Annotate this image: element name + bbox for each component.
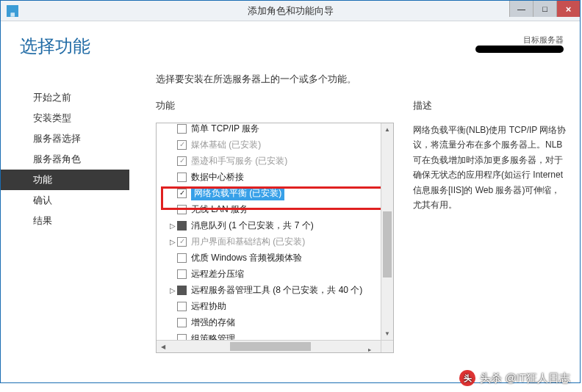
sidebar-item-confirmation[interactable]: 确认 (1, 190, 129, 211)
feature-label: 网络负载平衡 (已安装) (191, 186, 284, 200)
sidebar-item-installation-type[interactable]: 安装类型 (1, 108, 129, 128)
columns: 功能 简单 TCP/IP 服务媒体基础 (已安装)墨迹和手写服务 (已安装)数据… (129, 99, 568, 382)
instruction-text: 选择要安装在所选服务器上的一个或多个功能。 (129, 73, 568, 86)
scroll-corner (381, 340, 393, 352)
feature-label: 消息队列 (1 个已安装，共 7 个) (191, 219, 314, 232)
feature-checkbox[interactable] (177, 286, 187, 295)
feature-label: 远程差分压缩 (191, 268, 244, 280)
feature-row[interactable]: 简单 TCP/IP 服务 (159, 123, 390, 137)
feature-row[interactable]: 数据中心桥接 (159, 169, 390, 185)
expander-icon[interactable]: ▷ (168, 238, 177, 246)
feature-checkbox[interactable] (177, 318, 187, 327)
header-row: 选择功能 目标服务器 (1, 21, 580, 67)
sidebar-item-results[interactable]: 结果 (1, 211, 129, 231)
vertical-scrollbar[interactable]: ▲ ▼ (381, 123, 393, 340)
feature-checkbox[interactable] (177, 237, 187, 247)
close-button[interactable]: × (556, 1, 580, 17)
description-column: 描述 网络负载平衡(NLB)使用 TCP/IP 网络协议，将流量分布在多个服务器… (395, 99, 568, 382)
feature-checkbox[interactable] (177, 156, 187, 166)
features-listbox: 简单 TCP/IP 服务媒体基础 (已安装)墨迹和手写服务 (已安装)数据中心桥… (156, 123, 394, 353)
feature-label: 媒体基础 (已安装) (191, 139, 261, 151)
feature-checkbox[interactable] (177, 173, 187, 182)
content: 选择功能 目标服务器 开始之前 安装类型 服务器选择 服务器角色 功能 确认 结… (1, 21, 580, 382)
minimize-button[interactable]: — (509, 1, 533, 17)
sidebar-item-before-you-begin[interactable]: 开始之前 (1, 87, 129, 108)
app-icon: ▦ (7, 5, 18, 17)
main: 开始之前 安装类型 服务器选择 服务器角色 功能 确认 结果 选择要安装在所选服… (1, 67, 580, 382)
feature-row[interactable]: 媒体基础 (已安装) (159, 137, 390, 153)
feature-row[interactable]: ▷用户界面和基础结构 (已安装) (159, 233, 390, 250)
feature-row[interactable]: 远程协助 (159, 298, 390, 314)
feature-row[interactable]: 增强的存储 (159, 314, 390, 330)
description-header: 描述 (413, 99, 568, 112)
feature-label: 数据中心桥接 (191, 171, 244, 184)
sidebar: 开始之前 安装类型 服务器选择 服务器角色 功能 确认 结果 (1, 67, 129, 382)
feature-checkbox[interactable] (177, 205, 187, 214)
scroll-up-arrow-icon[interactable]: ▲ (381, 123, 393, 136)
description-text: 网络负载平衡(NLB)使用 TCP/IP 网络协议，将流量分布在多个服务器上。N… (413, 123, 568, 212)
sidebar-item-features[interactable]: 功能 (1, 170, 129, 190)
feature-row[interactable]: 墨迹和手写服务 (已安装) (159, 153, 390, 169)
target-server-label: 目标服务器 (475, 35, 564, 46)
features-list: 简单 TCP/IP 服务媒体基础 (已安装)墨迹和手写服务 (已安装)数据中心桥… (157, 123, 393, 348)
feature-checkbox[interactable] (177, 221, 187, 231)
feature-label: 无线 LAN 服务 (191, 203, 248, 216)
features-column: 功能 简单 TCP/IP 服务媒体基础 (已安装)墨迹和手写服务 (已安装)数据… (156, 99, 395, 382)
feature-label: 墨迹和手写服务 (已安装) (191, 155, 287, 167)
window-title: 添加角色和功能向导 (248, 4, 334, 18)
window-controls: — □ × (509, 1, 580, 17)
feature-checkbox[interactable] (177, 189, 187, 198)
target-server-name-redacted (475, 46, 564, 53)
feature-label: 增强的存储 (191, 316, 235, 329)
target-server-block: 目标服务器 (475, 35, 564, 54)
scroll-down-arrow-icon[interactable]: ▼ (381, 327, 393, 340)
expander-icon[interactable]: ▷ (168, 222, 177, 230)
titlebar: ▦ 添加角色和功能向导 — □ × (1, 1, 580, 21)
feature-label: 远程服务器管理工具 (8 个已安装，共 40 个) (191, 284, 362, 297)
feature-checkbox[interactable] (177, 269, 187, 279)
scroll-left-arrow-icon[interactable]: ◀ (157, 341, 169, 352)
feature-label: 简单 TCP/IP 服务 (191, 123, 259, 135)
maximize-button[interactable]: □ (533, 1, 556, 17)
sidebar-item-server-selection[interactable]: 服务器选择 (1, 128, 129, 149)
sidebar-item-server-roles[interactable]: 服务器角色 (1, 149, 129, 170)
feature-label: 优质 Windows 音频视频体验 (191, 252, 302, 264)
feature-checkbox[interactable] (177, 124, 187, 134)
scroll-right-arrow-icon[interactable]: ▶ (368, 341, 381, 352)
feature-row[interactable]: 优质 Windows 音频视频体验 (159, 250, 390, 266)
horizontal-scroll-thumb[interactable] (230, 342, 311, 351)
vertical-scroll-thumb[interactable] (383, 211, 392, 277)
feature-row[interactable]: ▷远程服务器管理工具 (8 个已安装，共 40 个) (159, 282, 390, 298)
feature-checkbox[interactable] (177, 302, 187, 311)
feature-label: 用户界面和基础结构 (已安装) (191, 236, 305, 248)
feature-row[interactable]: 网络负载平衡 (已安装) (159, 185, 390, 201)
feature-checkbox[interactable] (177, 140, 187, 150)
expander-icon[interactable]: ▷ (168, 286, 177, 294)
feature-checkbox[interactable] (177, 253, 187, 263)
feature-row[interactable]: 无线 LAN 服务 (159, 201, 390, 217)
page-title: 选择功能 (20, 35, 90, 58)
feature-label: 远程协助 (191, 300, 226, 313)
features-header: 功能 (156, 99, 395, 112)
wizard-window: ▦ 添加角色和功能向导 — □ × 选择功能 目标服务器 开始之前 安装类型 服… (0, 0, 581, 383)
horizontal-scrollbar[interactable]: ◀ ▶ (157, 340, 381, 352)
right-panel: 选择要安装在所选服务器上的一个或多个功能。 功能 简单 TCP/IP 服务媒体基… (129, 67, 580, 382)
feature-row[interactable]: 远程差分压缩 (159, 266, 390, 282)
feature-row[interactable]: ▷消息队列 (1 个已安装，共 7 个) (159, 217, 390, 233)
